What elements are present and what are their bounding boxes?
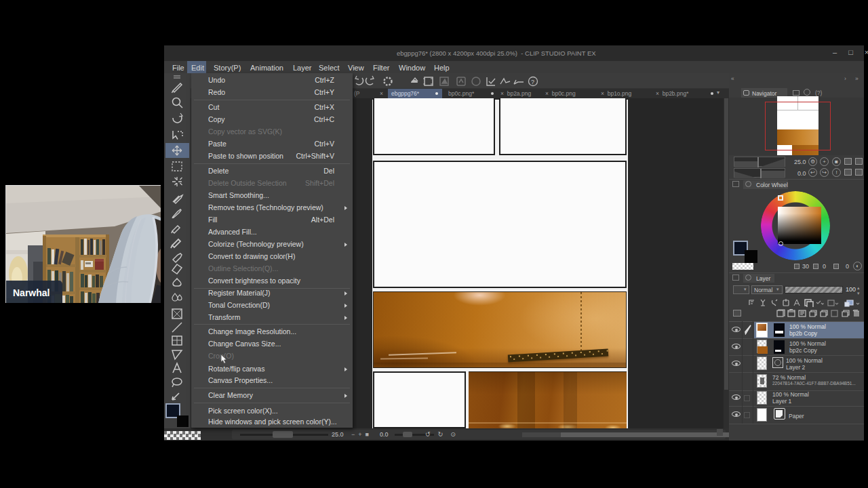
svg-text:?: ?: [531, 79, 534, 85]
